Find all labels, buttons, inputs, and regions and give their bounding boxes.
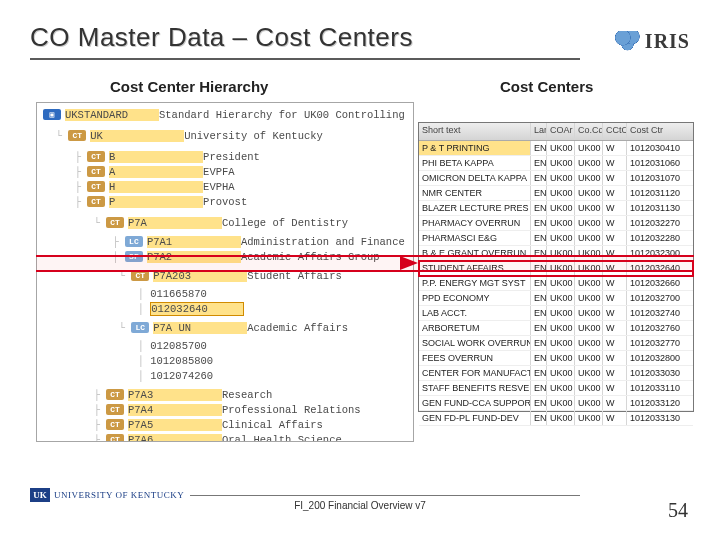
tree-code: P7A203 [153, 270, 247, 282]
cell-lang: EN [531, 171, 547, 185]
tree-desc: Standard Hierarchy for UK00 Controlling [159, 109, 405, 121]
tree-desc: EVPFA [203, 166, 235, 178]
tree-code: P7A [128, 217, 222, 229]
cell-coar: UK00 [547, 351, 575, 365]
cell-coar: UK00 [547, 186, 575, 200]
cell-costctr: 1012030410 [627, 141, 685, 155]
cell-shorttext: GEN FUND-CCA SUPPORT [419, 396, 531, 410]
cell-shorttext: SOCIAL WORK OVERRUN [419, 336, 531, 350]
table-row[interactable]: GEN FD-PL FUND-DEVENUK00UK00W1012033130 [419, 411, 693, 426]
tree-desc: Student Affairs [247, 270, 342, 282]
cell-lang: EN [531, 381, 547, 395]
cell-coar: UK00 [547, 171, 575, 185]
tree-group[interactable]: ├ CTP7A3Research [43, 387, 407, 402]
tree-leaf[interactable]: │ 011665870 [43, 286, 407, 301]
table-row[interactable]: STUDENT AFFAIRSENUK00UK00W1012032640 [419, 261, 693, 276]
cell-cctc: W [603, 291, 627, 305]
tree-code: UK [90, 130, 184, 142]
th-cocd[interactable]: Co.Cd [575, 123, 603, 140]
tree-group[interactable]: ├ CTP7A5Clinical Affairs [43, 417, 407, 432]
table-row[interactable]: BLAZER LECTURE PRESENUK00UK00W1012031130 [419, 201, 693, 216]
table-header: Short text Language COAr Co.Cd CCtC Cost… [419, 123, 693, 141]
hierarchy-tree[interactable]: ▣ UKSTANDARD Standard Hierarchy for UK00… [36, 102, 414, 442]
tree-p7a[interactable]: └ CT P7A College of Dentistry [43, 215, 407, 230]
cell-cctc: W [603, 366, 627, 380]
tree-group[interactable]: ├ CTHEVPHA [43, 179, 407, 194]
cell-costctr: 1012032660 [627, 276, 685, 290]
cell-costctr: 1012033120 [627, 396, 685, 410]
table-row[interactable]: SOCIAL WORK OVERRUNENUK00UK00W1012032770 [419, 336, 693, 351]
tree-leaf[interactable]: │ 012032640 [43, 301, 407, 316]
table-row[interactable]: PPD ECONOMYENUK00UK00W1012032700 [419, 291, 693, 306]
cell-cctc: W [603, 186, 627, 200]
table-row[interactable]: B & E GRANT OVERRUNENUK00UK00W1012032300 [419, 246, 693, 261]
tree-item[interactable]: ├ SFP7A2Academic Affairs Group [43, 249, 407, 264]
th-cctc[interactable]: CCtC [603, 123, 627, 140]
cell-coar: UK00 [547, 366, 575, 380]
tree-item[interactable]: ├ LCP7A1Administration and Finance [43, 234, 407, 249]
cell-cctc: W [603, 216, 627, 230]
tree-root[interactable]: ▣ UKSTANDARD Standard Hierarchy for UK00… [43, 107, 407, 122]
th-lang[interactable]: Language [531, 123, 547, 140]
table-row[interactable]: NMR CENTERENUK00UK00W1012031120 [419, 186, 693, 201]
cell-lang: EN [531, 246, 547, 260]
th-costctr[interactable]: Cost Ctr [627, 123, 685, 140]
cell-lang: EN [531, 321, 547, 335]
cell-cctc: W [603, 351, 627, 365]
cell-cocd: UK00 [575, 336, 603, 350]
cell-cocd: UK00 [575, 366, 603, 380]
tree-leaf[interactable]: │ 1012085800 [43, 353, 407, 368]
cell-costctr: 1012032280 [627, 231, 685, 245]
tree-group[interactable]: ├ CTP7A6Oral Health Science [43, 432, 407, 442]
cell-shorttext: STUDENT AFFAIRS [419, 261, 531, 275]
tree-p7a203[interactable]: └ CT P7A203 Student Affairs [43, 268, 407, 283]
cell-costctr: 1012031070 [627, 171, 685, 185]
tree-desc: Research [222, 389, 272, 401]
th-coar[interactable]: COAr [547, 123, 575, 140]
cell-shorttext: ARBORETUM [419, 321, 531, 335]
th-shorttext[interactable]: Short text [419, 123, 531, 140]
tree-desc: Clinical Affairs [222, 419, 323, 431]
iris-logo-icon [615, 31, 641, 53]
cell-shorttext: P.P. ENERGY MGT SYST [419, 276, 531, 290]
tree-desc: Administration and Finance [241, 236, 405, 248]
costcenter-table[interactable]: Short text Language COAr Co.Cd CCtC Cost… [418, 122, 694, 412]
cell-costctr: 1012032760 [627, 321, 685, 335]
cell-shorttext: STAFF BENEFITS RESVE [419, 381, 531, 395]
tree-code: A [109, 166, 203, 178]
cell-cocd: UK00 [575, 156, 603, 170]
cell-shorttext: PHARMASCI E&G [419, 231, 531, 245]
table-row[interactable]: PHARMASCI E&GENUK00UK00W1012032280 [419, 231, 693, 246]
cell-shorttext: PHARMACY OVERRUN [419, 216, 531, 230]
cell-coar: UK00 [547, 216, 575, 230]
table-row[interactable]: LAB ACCT.ENUK00UK00W1012032740 [419, 306, 693, 321]
table-row[interactable]: P & T PRINTINGENUK00UK00W1012030410 [419, 141, 693, 156]
cell-costctr: 1012032640 [627, 261, 685, 275]
table-row[interactable]: FEES OVERRUNENUK00UK00W1012032800 [419, 351, 693, 366]
cell-shorttext: P & T PRINTING [419, 141, 531, 155]
tree-code: H [109, 181, 203, 193]
table-row[interactable]: PHI BETA KAPPAENUK00UK00W1012031060 [419, 156, 693, 171]
table-row[interactable]: P.P. ENERGY MGT SYSTENUK00UK00W101203266… [419, 276, 693, 291]
tree-code: P7A UN [153, 322, 247, 334]
tree-uk[interactable]: └ CT UK University of Kentucky [43, 128, 407, 143]
cell-lang: EN [531, 201, 547, 215]
table-row[interactable]: GEN FUND-CCA SUPPORTENUK00UK00W101203312… [419, 396, 693, 411]
cell-lang: EN [531, 141, 547, 155]
table-row[interactable]: PHARMACY OVERRUNENUK00UK00W1012032270 [419, 216, 693, 231]
subheading-hierarchy: Cost Center Hierarchy [110, 78, 268, 95]
tree-p7a-un[interactable]: └ LC P7A UN Academic Affairs [43, 320, 407, 335]
tree-group[interactable]: ├ CTBPresident [43, 149, 407, 164]
tree-leaf[interactable]: │ 1012074260 [43, 368, 407, 383]
tree-desc: Provost [203, 196, 247, 208]
tree-group[interactable]: ├ CTPProvost [43, 194, 407, 209]
cell-shorttext: LAB ACCT. [419, 306, 531, 320]
tree-group[interactable]: ├ CTP7A4Professional Relations [43, 402, 407, 417]
table-row[interactable]: STAFF BENEFITS RESVEENUK00UK00W101203311… [419, 381, 693, 396]
tree-leaf[interactable]: │ 012085700 [43, 338, 407, 353]
tree-group[interactable]: ├ CTAEVPFA [43, 164, 407, 179]
table-row[interactable]: ARBORETUMENUK00UK00W1012032760 [419, 321, 693, 336]
cell-lang: EN [531, 276, 547, 290]
table-row[interactable]: CENTER FOR MANUFACTRENUK00UK00W101203303… [419, 366, 693, 381]
table-row[interactable]: OMICRON DELTA KAPPAENUK00UK00W1012031070 [419, 171, 693, 186]
